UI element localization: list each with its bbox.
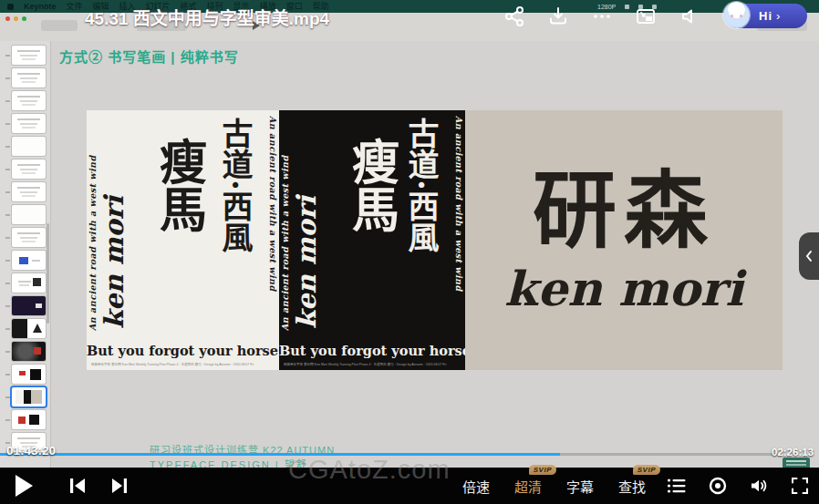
slide-thumbnail[interactable] (12, 273, 46, 293)
slide-number (4, 260, 12, 262)
slide-number (4, 123, 12, 125)
slide-thumbnail-row[interactable] (4, 180, 46, 203)
slide-thumbnail[interactable] (12, 68, 46, 87)
poster-cn-main: 古道·西風 (404, 118, 438, 252)
slide-thumbnail[interactable] (12, 251, 46, 270)
window-traffic-lights[interactable] (5, 16, 26, 21)
poster-slogan: But you forgot your horse! (87, 343, 279, 358)
poster-kanji-dark: An ancient road with a west wind ken mor… (279, 110, 465, 370)
slide-number (4, 374, 12, 375)
apple-icon[interactable] (7, 4, 14, 10)
player-menu-button[interactable]: SVIP 超清 (514, 477, 542, 496)
player-top-controls (503, 5, 700, 27)
play-button[interactable] (16, 475, 33, 497)
slide-thumbnail[interactable] (12, 46, 46, 65)
account-pill[interactable]: Hi › (725, 4, 807, 28)
slide-thumbnail[interactable] (12, 387, 46, 406)
slide-thumbnail-row[interactable] (4, 67, 46, 89)
poster-name-vertical: ken mori (291, 118, 322, 329)
player-menu-button[interactable]: SVIP 字幕 (566, 477, 594, 496)
slide-thumbnail-row[interactable] (4, 363, 46, 386)
slide-thumbnail-row[interactable] (4, 249, 46, 272)
slide-thumbnail[interactable] (12, 296, 46, 315)
slide-thumbnail-row[interactable] (4, 272, 46, 294)
avatar[interactable] (723, 2, 750, 28)
more-icon[interactable] (591, 5, 613, 27)
fullscreen-icon[interactable] (790, 476, 810, 496)
player-menu-button[interactable]: SVIP 查找 (618, 477, 646, 496)
slide-thumbnail[interactable] (12, 182, 46, 201)
slide-thumbnail-row[interactable] (4, 340, 46, 363)
logotype-latin: ken mori (504, 265, 743, 313)
slide-number (4, 237, 12, 239)
slide-number (4, 351, 12, 353)
sidebar-scrollbar[interactable] (47, 223, 49, 324)
poster-side-text-left: An ancient road with a west wind (88, 116, 98, 331)
player-menu-buttons: SVIP 倍速 SVIP 超清 SVIP 字幕 SVIP 查找 (462, 477, 646, 496)
slide-canvas: 方式② 书写笔画 | 纯粹书写 An ancient road with a w… (51, 41, 819, 468)
poster-side-text-left: An ancient road with a west wind (280, 116, 290, 331)
pip-icon[interactable] (635, 5, 657, 27)
slide-number (4, 191, 12, 193)
slide-thumbnail-row[interactable] (4, 203, 46, 226)
player-menu-label: 字幕 (566, 479, 594, 495)
poster-slogan: But you forgot your horse! (279, 343, 465, 358)
playlist-icon[interactable] (667, 476, 687, 496)
slide-thumbnail[interactable] (12, 410, 46, 429)
slide-thumbnail-row[interactable] (4, 112, 46, 135)
slide-number (4, 305, 12, 307)
total-time: 02:26:13 (772, 447, 814, 458)
player-menu-label: 查找 (618, 479, 646, 495)
previous-button[interactable] (67, 477, 89, 495)
player-control-bar: CGAtoZ.com SVIP 倍速 SVIP 超清 SVIP (0, 468, 819, 504)
slide-thumbnail[interactable] (12, 228, 46, 247)
zoom-window-icon[interactable] (22, 16, 26, 21)
slide-thumbnail-row[interactable] (4, 317, 46, 340)
collapsed-panel-handle[interactable] (799, 232, 819, 280)
player-menu-label: 倍速 (462, 479, 490, 495)
slide-thumbnail-row[interactable] (4, 44, 46, 67)
player-menu-button[interactable]: SVIP 倍速 (462, 477, 490, 496)
slide-number (4, 169, 12, 170)
next-button[interactable] (108, 477, 130, 495)
mute-icon[interactable] (679, 5, 700, 27)
download-icon[interactable] (547, 5, 569, 27)
player-menu-label: 超清 (514, 479, 542, 495)
slide-thumbnail-row[interactable] (4, 89, 46, 112)
slide-thumbnail[interactable] (12, 365, 46, 384)
toolbar-view-group[interactable] (41, 20, 78, 31)
slide-thumbnail-row[interactable] (4, 294, 46, 317)
svip-badge: SVIP (633, 465, 660, 475)
poster-caption: 研森商业字体 第30期 Ken Mori Weekly Training Pla… (91, 362, 275, 366)
slide-thumbnail[interactable] (12, 91, 46, 110)
slide-thumbnail-row[interactable] (4, 135, 46, 158)
volume-icon[interactable] (749, 476, 769, 496)
chevron-left-icon (803, 250, 814, 262)
thumbnail-list (4, 44, 46, 454)
slide-thumbnail[interactable] (12, 159, 46, 179)
slide-thumbnail[interactable] (12, 114, 46, 133)
share-icon[interactable] (503, 5, 525, 27)
progress-played[interactable] (0, 453, 560, 456)
minimize-window-icon[interactable] (14, 16, 18, 21)
slide-thumbnail-row[interactable] (4, 386, 46, 408)
logotype-cn: 研森 (533, 169, 715, 252)
slide-thumbnail[interactable] (12, 137, 46, 156)
slide-number (4, 100, 12, 102)
greeting-label: Hi (759, 9, 772, 23)
svip-badge: SVIP (529, 465, 556, 475)
slide-thumbnail-row[interactable] (4, 158, 46, 180)
slide-thumbnail-row[interactable] (4, 226, 46, 249)
slide-number (4, 77, 12, 79)
slide-thumbnail[interactable] (12, 319, 46, 338)
menubar-item[interactable]: 文件 (67, 0, 83, 13)
close-window-icon[interactable] (5, 16, 10, 21)
poster-side-text-right: An ancient road with a west wind (268, 116, 278, 331)
menubar-app-name[interactable]: Keynote (24, 0, 57, 13)
settings-icon[interactable] (708, 476, 728, 496)
slide-thumbnail[interactable] (12, 205, 46, 224)
slide-number (4, 214, 12, 216)
slide-thumbnail-row[interactable] (4, 408, 46, 431)
slide-number (4, 328, 12, 330)
slide-thumbnail[interactable] (12, 342, 46, 361)
